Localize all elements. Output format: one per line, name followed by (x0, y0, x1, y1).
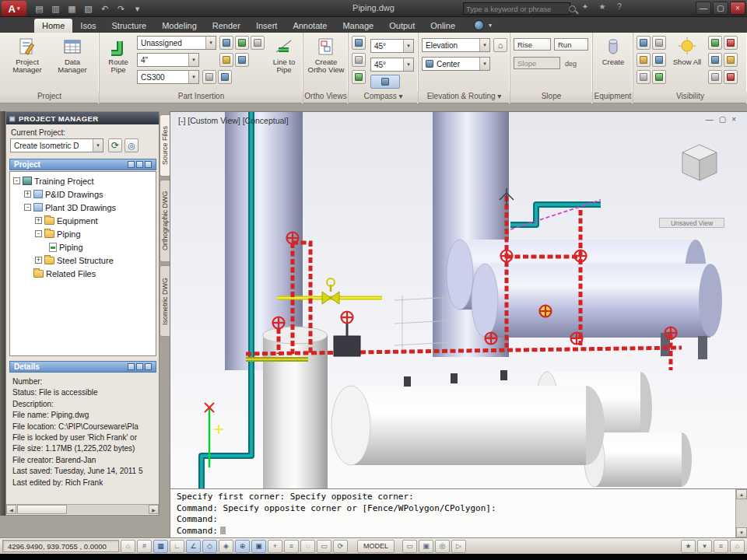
current-project-select[interactable]: Create Isometric D▾ (10, 138, 103, 152)
layer-on-button[interactable] (708, 36, 722, 50)
palette-titlebar[interactable]: ▣ PROJECT MANAGER (6, 112, 159, 124)
workspace-switch-button[interactable]: ▾ (697, 540, 712, 553)
unsaved-view-button[interactable]: Unsaved View (659, 218, 724, 228)
clean-screen-button[interactable]: ⌂ (730, 540, 745, 553)
options-icon[interactable] (145, 363, 152, 370)
scrollbar-thumb[interactable] (17, 505, 67, 514)
tab-insert[interactable]: Insert (248, 19, 286, 33)
layer-unlock-button[interactable] (724, 70, 738, 84)
undo-icon[interactable]: ↶ (98, 2, 111, 15)
pipe-size-select[interactable]: 4"▾ (137, 53, 199, 67)
grid-toggle[interactable]: ▦ (153, 540, 168, 553)
command-line-window[interactable]: Specify first corner: Specify opposite c… (170, 488, 747, 537)
expand-icon[interactable] (136, 161, 143, 168)
drawing-minimize-icon[interactable]: — (706, 115, 714, 124)
selection-cycling-toggle[interactable]: ⟳ (333, 540, 348, 553)
minimize-button[interactable]: — (696, 2, 711, 15)
pin-icon[interactable] (128, 363, 135, 370)
quick-view-drawings-button[interactable]: ▣ (419, 540, 433, 553)
isolate-selected-button[interactable] (652, 36, 666, 50)
redo-icon[interactable]: ↷ (114, 2, 128, 15)
line-tool-1-button[interactable] (202, 70, 216, 84)
routing-justification-select[interactable]: Center▾ (422, 57, 490, 71)
quick-view-layouts-button[interactable]: ▭ (402, 540, 417, 553)
spec-options-button[interactable] (251, 36, 265, 50)
tree-item-plant3d-drawings[interactable]: -Plant 3D Drawings (13, 201, 156, 214)
layer-lock-button[interactable] (708, 70, 722, 84)
elevation-home-button[interactable]: ⌂ (493, 38, 507, 52)
column-front-white[interactable] (263, 327, 328, 488)
compass-angle-1-select[interactable]: 45°▾ (370, 39, 414, 53)
visibility-tool-2-button[interactable] (652, 70, 666, 84)
polar-toggle[interactable]: ∠ (186, 540, 201, 553)
scroll-right-icon[interactable]: ▶ (149, 505, 159, 514)
elevation-select[interactable]: Elevation▾ (422, 38, 490, 52)
details-section-header[interactable]: Details (9, 361, 156, 373)
transparency-toggle[interactable]: ◌ (300, 540, 315, 553)
hide-selected-button[interactable] (637, 36, 651, 50)
refresh-project-button[interactable]: ⟳ (108, 138, 122, 152)
tab-output[interactable]: Output (381, 19, 423, 33)
tab-isometric-dwg[interactable]: Isometric DWG (160, 265, 170, 337)
hide-layer-button[interactable] (637, 53, 651, 67)
lineweight-toggle[interactable]: ≡ (284, 540, 299, 553)
layer-freeze-button[interactable] (708, 53, 722, 67)
quick-properties-toggle[interactable]: ▭ (317, 540, 331, 553)
show-motion-button[interactable]: ▷ (451, 540, 466, 553)
tab-render[interactable]: Render (205, 19, 248, 33)
new-icon[interactable]: ▤ (33, 2, 46, 15)
spec-update-button[interactable] (235, 36, 249, 50)
compass-snap-button[interactable] (352, 53, 366, 67)
visibility-tool-1-button[interactable] (637, 70, 651, 84)
tree-toggle-icon[interactable]: - (35, 230, 42, 237)
tree-toggle-icon[interactable]: + (24, 191, 31, 198)
tree-toggle-icon[interactable]: + (35, 257, 42, 264)
panel-label-ortho-views[interactable]: Ortho Views (303, 92, 348, 103)
run-field[interactable]: Run (554, 38, 588, 51)
osnap-toggle[interactable]: ◇ (202, 540, 217, 553)
expand-icon[interactable] (136, 363, 143, 370)
scroll-down-icon[interactable]: ▼ (736, 527, 747, 537)
viewport-controls-label[interactable]: [-] [Custom View] [Conceptual] (178, 116, 289, 125)
drawing-viewport[interactable]: [-] [Custom View] [Conceptual] — ▢ × Uns… (170, 111, 747, 488)
tree-item-steel-structure[interactable]: +Steel Structure (13, 254, 156, 267)
tree-item-related-files[interactable]: Related Files (13, 267, 156, 280)
drawing-close-icon[interactable]: × (731, 115, 736, 124)
plot-icon[interactable]: ▧ (82, 2, 95, 15)
tab-annotate[interactable]: Annotate (285, 19, 335, 33)
panel-label-slope[interactable]: Slope (510, 92, 592, 103)
spec-viewer-button[interactable] (219, 36, 233, 50)
annotation-scale-button[interactable]: ★ (681, 540, 696, 553)
isolate-layer-button[interactable] (652, 53, 666, 67)
project-sync-button[interactable]: ◎ (124, 138, 139, 152)
panel-label-elevation-routing[interactable]: Elevation & Routing ▾ (419, 92, 510, 103)
maximize-button[interactable]: ▢ (713, 2, 728, 15)
ribbon-minimize-icon[interactable]: ▾ (489, 22, 492, 29)
tree-item-piping-folder[interactable]: -Piping (13, 227, 156, 240)
compass-angle-2-select[interactable]: 45°▾ (370, 58, 414, 72)
viewcube[interactable] (675, 135, 724, 185)
panel-label-equipment[interactable]: Equipment (593, 92, 633, 103)
tab-isos[interactable]: Isos (72, 19, 103, 33)
size-tool-2-button[interactable] (235, 53, 249, 67)
tree-item-equipment[interactable]: +Equipment (13, 214, 156, 227)
show-all-button[interactable]: Show All (669, 34, 705, 66)
pin-icon[interactable] (128, 161, 135, 168)
dynamic-input-toggle[interactable]: + (268, 540, 282, 553)
tab-home[interactable]: Home (34, 19, 72, 33)
help-icon[interactable]: ? (614, 2, 625, 11)
gate-valve-body[interactable] (334, 336, 360, 356)
create-equipment-button[interactable]: Create (595, 34, 631, 66)
palette-grip[interactable] (0, 111, 5, 516)
snap-toggle[interactable]: # (137, 540, 152, 553)
line-to-pipe-button[interactable]: Line to Pipe (266, 34, 302, 74)
tab-modeling[interactable]: Modeling (154, 19, 205, 33)
layer-off-button[interactable] (724, 36, 738, 50)
infer-constraints-toggle[interactable]: ⌂ (121, 540, 135, 553)
data-manager-button[interactable]: Data Manager (51, 34, 93, 74)
project-section-header[interactable]: Project (9, 159, 156, 170)
toolbar-lock-button[interactable]: ≡ (714, 540, 728, 553)
open-icon[interactable]: ▥ (49, 2, 62, 15)
panel-label-visibility[interactable]: Visibility (633, 92, 747, 103)
save-icon[interactable]: ▦ (65, 2, 79, 15)
